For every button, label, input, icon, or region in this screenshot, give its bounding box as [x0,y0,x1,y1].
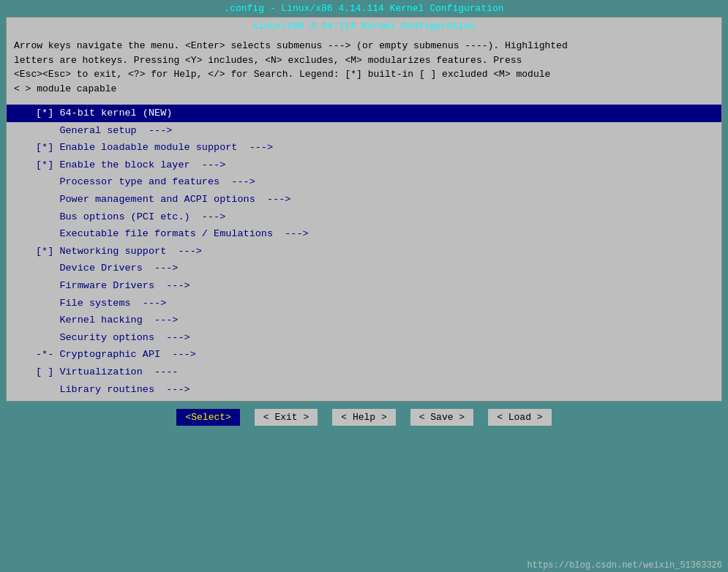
menu-item-firmware-drivers[interactable]: Firmware Drivers ---> [7,277,721,295]
menu-item-virtualization[interactable]: [ ] Virtualization ---- [7,364,721,381]
menu-item-64bit-kernel[interactable]: [*] 64-bit kernel (NEW) [7,105,721,122]
menu-item-loadable-module[interactable]: [*] Enable loadable module support ---> [7,139,721,157]
help-text: Arrow keys navigate the menu. <Enter> se… [7,34,721,102]
title-bar-text: .config - Linux/x86 4.14.114 Kernel Conf… [224,3,503,14]
help-button[interactable]: < Help > [332,409,395,426]
title-bar: .config - Linux/x86 4.14.114 Kernel Conf… [0,0,728,17]
help-line-1: Arrow keys navigate the menu. <Enter> se… [14,39,714,53]
menu-item-cryptographic-api[interactable]: -*- Cryptographic API ---> [7,346,721,364]
menu-item-processor-type[interactable]: Processor type and features ---> [7,173,721,191]
menu-item-power-management[interactable]: Power management and ACPI options ---> [7,191,721,208]
menu-item-library-routines[interactable]: Library routines ---> [7,381,721,399]
menu-item-file-systems[interactable]: File systems ---> [7,295,721,312]
menu-item-security-options[interactable]: Security options ---> [7,329,721,347]
menu-scroll-area: [*] 64-bit kernel (NEW) General setup --… [7,102,721,401]
bottom-bar: <Select>< Exit >< Help >< Save >< Load > [0,402,728,433]
menu-item-block-layer[interactable]: [*] Enable the block layer ---> [7,157,721,174]
help-line-3: <Esc><Esc> to exit, <?> for Help, </> fo… [14,67,714,82]
help-line-4: < > module capable [14,82,714,97]
status-url: https://blog.csdn.net/weixin_51363326 [528,560,722,571]
exit-button[interactable]: < Exit > [255,409,318,426]
menu-item-bus-options[interactable]: Bus options (PCI etc.) ---> [7,208,721,226]
save-button[interactable]: < Save > [410,409,473,426]
help-line-2: letters are hotkeys. Pressing <Y> includ… [14,53,714,68]
menu-item-device-drivers[interactable]: Device Drivers ---> [7,260,721,277]
menu-item-executable-formats[interactable]: Executable file formats / Emulations ---… [7,225,721,243]
select-button[interactable]: <Select> [176,409,239,426]
load-button[interactable]: < Load > [488,409,551,426]
menu-item-kernel-hacking[interactable]: Kernel hacking ---> [7,312,721,329]
menu-item-general-setup[interactable]: General setup ---> [7,122,721,140]
status-bar: https://blog.csdn.net/weixin_51363326 [0,559,728,572]
menu-item-networking-support[interactable]: [*] Networking support ---> [7,243,721,260]
window-title: Linux/x86 4.14.114 Kernel Configuration [7,18,721,34]
